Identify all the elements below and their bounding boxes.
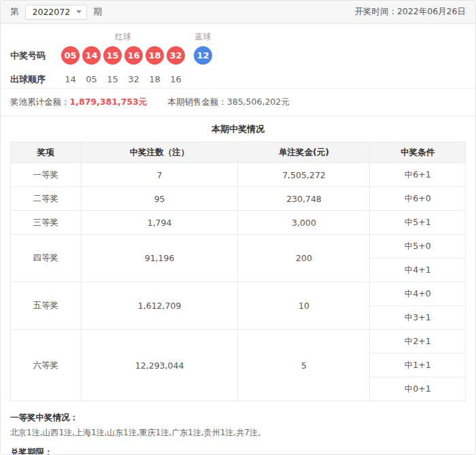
period-select-value: 2022072 — [33, 7, 71, 17]
table-row: 二等奖 95 230,748 中6+0 — [11, 187, 466, 211]
condition-cell: 中6+1 — [370, 163, 466, 187]
notes-section: 一等奖中奖情况： 北京1注,山西1注,上海1注,山东1注,重庆1注,广东1注,贵… — [1, 401, 475, 455]
col-header-prize: 奖项 — [11, 142, 82, 163]
period-select[interactable]: 2022072 — [25, 5, 88, 20]
pool-amount: 奖池累计金额：1,879,381,753元 — [10, 88, 147, 116]
col-header-count: 中奖注数（注） — [81, 142, 238, 163]
chevron-down-icon — [76, 10, 82, 14]
draw-order-number: 15 — [103, 74, 122, 84]
lottery-result-page: 第 2022072 期 开奖时间：2022年06月26日 红球 蓝球 中奖号码 … — [0, 0, 476, 455]
red-ball: 14 — [82, 46, 101, 65]
draw-time-label: 开奖时间： — [354, 6, 397, 16]
prize-name-cell: 四等奖 — [11, 235, 82, 282]
red-ball: 05 — [61, 46, 80, 65]
topbar: 第 2022072 期 开奖时间：2022年06月26日 — [1, 1, 475, 24]
prize-name-cell: 二等奖 — [11, 187, 82, 211]
winning-numbers-label: 中奖号码 — [10, 50, 61, 62]
first-prize-note-text: 北京1注,山西1注,上海1注,山东1注,重庆1注,广东1注,贵州1注,共7注。 — [10, 427, 466, 439]
pool-amount-value: 1,879,381,753元 — [70, 97, 148, 107]
prize-name-cell: 五等奖 — [11, 282, 82, 330]
blue-ball: 12 — [194, 46, 212, 65]
prize-name-cell: 一等奖 — [11, 163, 82, 187]
condition-cell: 中3+1 — [370, 306, 466, 330]
table-row: 五等奖 1,612,709 10 中4+0 — [11, 282, 466, 306]
winning-count-cell: 1,612,709 — [81, 282, 238, 330]
draw-order-number: 05 — [82, 74, 101, 84]
condition-cell: 中6+0 — [370, 187, 466, 211]
sales-amount-value: 385,506,202元 — [227, 97, 290, 107]
table-row: 一等奖 7 7,505,272 中6+1 — [11, 163, 466, 187]
red-ball: 15 — [103, 46, 122, 65]
prize-table: 奖项 中奖注数（注） 单注奖金(元) 中奖条件 一等奖 7 7,505,272 … — [10, 141, 466, 401]
red-ball: 18 — [146, 46, 164, 65]
condition-cell: 中5+1 — [370, 211, 466, 235]
draw-order-number: 16 — [167, 74, 185, 84]
red-ball: 16 — [124, 46, 143, 65]
table-row: 四等奖 91,196 200 中5+0 — [11, 235, 466, 258]
prize-name-cell: 三等奖 — [11, 211, 82, 235]
condition-cell: 中4+0 — [370, 282, 466, 306]
prize-amount-cell: 3,000 — [238, 211, 370, 235]
draw-order-number: 32 — [124, 74, 143, 84]
col-header-amount: 单注奖金(元) — [238, 142, 370, 163]
draw-time-value: 2022年06月26日 — [397, 6, 466, 16]
winning-count-cell: 7 — [81, 163, 238, 187]
draw-order-numbers: 14 05 15 32 18 16 — [61, 74, 185, 84]
redeem-note-title: 兑奖期限： — [10, 447, 466, 455]
prize-name-cell: 六等奖 — [11, 330, 82, 401]
prize-table-header-row: 奖项 中奖注数（注） 单注奖金(元) 中奖条件 — [11, 142, 466, 163]
draw-order-number: 14 — [61, 74, 80, 84]
table-row: 六等奖 12,293,044 5 中2+1 — [11, 330, 466, 354]
prize-table-section: 本期中奖情况 奖项 中奖注数（注） 单注奖金(元) 中奖条件 一等奖 7 7,5… — [1, 116, 475, 401]
pool-amount-label: 奖池累计金额： — [10, 97, 70, 107]
condition-cell: 中5+0 — [370, 235, 466, 258]
condition-cell: 中4+1 — [370, 258, 466, 282]
condition-cell: 中2+1 — [370, 330, 466, 354]
first-prize-note-title: 一等奖中奖情况： — [10, 412, 466, 424]
prize-amount-cell: 10 — [238, 282, 370, 330]
prize-amount-cell: 230,748 — [238, 187, 370, 211]
red-ball: 32 — [167, 46, 185, 65]
draw-order-row: 出球顺序 14 05 15 32 18 16 — [10, 73, 466, 85]
condition-cell: 中0+1 — [370, 377, 466, 401]
red-balls-label: 红球 — [115, 31, 131, 43]
prize-amount-cell: 7,505,272 — [238, 163, 370, 187]
col-header-condition: 中奖条件 — [370, 142, 466, 163]
winning-count-cell: 91,196 — [81, 235, 238, 282]
draw-time: 开奖时间：2022年06月26日 — [354, 6, 466, 18]
ball-group-labels: 红球 蓝球 — [10, 30, 466, 44]
winning-count-cell: 12,293,044 — [81, 330, 238, 401]
sales-amount-label: 本期销售金额： — [167, 97, 227, 107]
prize-table-title: 本期中奖情况 — [10, 116, 466, 141]
sales-amount: 本期销售金额：385,506,202元 — [167, 88, 290, 116]
pool-sales-strip: 奖池累计金额：1,879,381,753元 本期销售金额：385,506,202… — [1, 88, 475, 116]
winning-count-cell: 1,794 — [81, 211, 238, 235]
draw-order-label: 出球顺序 — [10, 73, 61, 86]
period-selector-group: 第 2022072 期 — [10, 5, 102, 20]
draw-order-number: 18 — [146, 74, 164, 84]
table-row: 三等奖 1,794 3,000 中5+1 — [11, 211, 466, 235]
condition-cell: 中1+1 — [370, 354, 466, 377]
balls-section: 红球 蓝球 中奖号码 05 14 15 16 18 32 12 出球顺序 14 — [1, 24, 475, 88]
prize-amount-cell: 5 — [238, 330, 370, 401]
winning-count-cell: 95 — [81, 187, 238, 211]
period-suffix-label: 期 — [93, 6, 102, 18]
blue-ball-label: 蓝球 — [195, 31, 211, 43]
winning-numbers-row: 中奖号码 05 14 15 16 18 32 12 — [10, 46, 466, 65]
prize-amount-cell: 200 — [238, 235, 370, 282]
red-balls-group: 05 14 15 16 18 32 — [61, 46, 185, 65]
period-prefix-label: 第 — [10, 6, 19, 18]
